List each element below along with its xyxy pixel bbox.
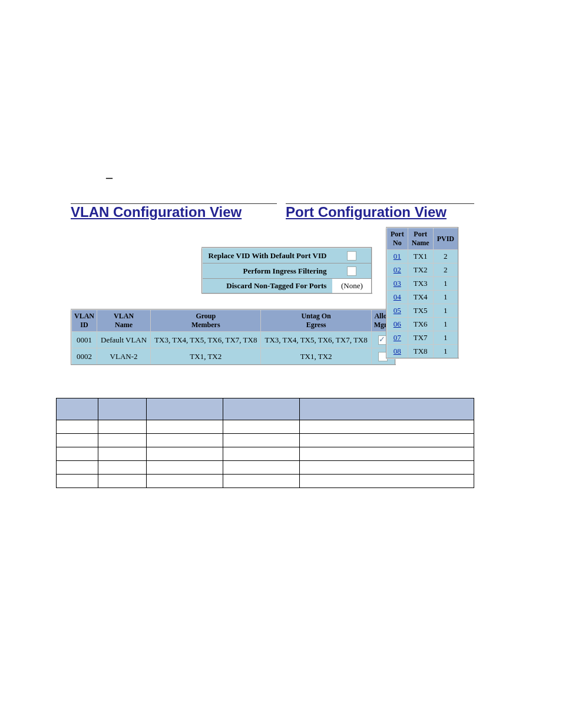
blank-col-4 bbox=[223, 398, 299, 420]
blank-col-2 bbox=[98, 398, 146, 420]
port-pvid-cell: 1 bbox=[433, 331, 458, 345]
vlan-id-cell: 0002 bbox=[71, 348, 97, 365]
port-pvid-cell: 2 bbox=[433, 263, 458, 277]
right-heading-column: Port Configuration View bbox=[286, 203, 474, 220]
vlan-id-cell: 0001 bbox=[71, 332, 97, 348]
opt-label-discard: Discard Non-Tagged For Ports bbox=[202, 279, 333, 294]
main-content: VLAN Configuration View Port Configurati… bbox=[71, 203, 503, 488]
vlan-row: 0001 Default VLAN TX3, TX4, TX5, TX6, TX… bbox=[71, 332, 395, 348]
vlan-col-name: VLANName bbox=[97, 309, 151, 332]
port-pvid-cell: 1 bbox=[433, 318, 458, 331]
port-col-pvid: PVID bbox=[433, 228, 458, 250]
heading-row: VLAN Configuration View Port Configurati… bbox=[71, 203, 503, 220]
port-pvid-cell: 1 bbox=[433, 345, 458, 359]
port-name-cell: TX7 bbox=[408, 331, 433, 345]
blank-header-row bbox=[57, 398, 474, 420]
blank-col-5 bbox=[299, 398, 474, 420]
blank-table bbox=[56, 398, 474, 488]
stray-dash: – bbox=[106, 170, 113, 185]
vlan-col-untag: Untag OnEgress bbox=[261, 309, 371, 332]
opt-value-ingress[interactable] bbox=[332, 263, 372, 279]
checkbox-replace-vid[interactable] bbox=[347, 251, 356, 261]
port-no-link[interactable]: 08 bbox=[386, 345, 408, 359]
port-row: 03 TX3 1 bbox=[386, 277, 458, 291]
vlan-name-cell: Default VLAN bbox=[97, 332, 151, 348]
left-heading-column: VLAN Configuration View bbox=[71, 203, 277, 220]
blank-col-3 bbox=[146, 398, 223, 420]
port-row: 02 TX2 2 bbox=[386, 263, 458, 277]
port-name-cell: TX2 bbox=[408, 263, 433, 277]
port-config-view-heading[interactable]: Port Configuration View bbox=[286, 204, 447, 220]
vlan-untag-cell: TX1, TX2 bbox=[261, 348, 371, 365]
blank-row bbox=[57, 475, 474, 488]
port-row: 08 TX8 1 bbox=[386, 345, 458, 359]
vlan-row: 0002 VLAN-2 TX1, TX2 TX1, TX2 bbox=[71, 348, 395, 365]
opt-value-replace-vid[interactable] bbox=[332, 248, 372, 263]
port-row: 05 TX5 1 bbox=[386, 304, 458, 318]
vlan-members-cell: TX3, TX4, TX5, TX6, TX7, TX8 bbox=[151, 332, 261, 348]
port-name-cell: TX8 bbox=[408, 345, 433, 359]
blank-row bbox=[57, 434, 474, 447]
blank-row bbox=[57, 461, 474, 475]
port-row: 06 TX6 1 bbox=[386, 318, 458, 331]
blank-row bbox=[57, 420, 474, 434]
port-panel: PortNo PortName PVID 01 TX1 2 02 TX2 2 0… bbox=[386, 227, 459, 359]
port-pvid-cell: 2 bbox=[433, 250, 458, 263]
port-row: 07 TX7 1 bbox=[386, 331, 458, 345]
vlan-config-view-heading[interactable]: VLAN Configuration View bbox=[71, 204, 242, 220]
vlan-table: VLANID VLANName GroupMembers Untag OnEgr… bbox=[71, 309, 396, 365]
vlan-members-cell: TX1, TX2 bbox=[151, 348, 261, 365]
blank-col-1 bbox=[57, 398, 98, 420]
opt-label-ingress: Perform Ingress Filtering bbox=[202, 263, 333, 279]
port-no-link[interactable]: 06 bbox=[386, 318, 408, 331]
port-name-cell: TX5 bbox=[408, 304, 433, 318]
port-no-link[interactable]: 07 bbox=[386, 331, 408, 345]
port-name-cell: TX1 bbox=[408, 250, 433, 263]
vlan-table-header-row: VLANID VLANName GroupMembers Untag OnEgr… bbox=[71, 309, 395, 332]
checkbox-ingress[interactable] bbox=[347, 266, 356, 276]
port-table: PortNo PortName PVID 01 TX1 2 02 TX2 2 0… bbox=[386, 227, 459, 359]
port-pvid-cell: 1 bbox=[433, 304, 458, 318]
opt-label-replace-vid: Replace VID With Default Port VID bbox=[202, 248, 333, 263]
port-name-cell: TX6 bbox=[408, 318, 433, 331]
port-col-name: PortName bbox=[408, 228, 433, 250]
port-pvid-cell: 1 bbox=[433, 291, 458, 304]
vlan-untag-cell: TX3, TX4, TX5, TX6, TX7, TX8 bbox=[261, 332, 371, 348]
vlan-options-table: Replace VID With Default Port VID Perfor… bbox=[201, 247, 373, 294]
port-name-cell: TX4 bbox=[408, 291, 433, 304]
vlan-col-id: VLANID bbox=[71, 309, 97, 332]
blank-row bbox=[57, 447, 474, 461]
port-table-header-row: PortNo PortName PVID bbox=[386, 228, 458, 250]
port-row: 04 TX4 1 bbox=[386, 291, 458, 304]
port-row: 01 TX1 2 bbox=[386, 250, 458, 263]
vlan-name-cell: VLAN-2 bbox=[97, 348, 151, 365]
port-pvid-cell: 1 bbox=[433, 277, 458, 291]
port-name-cell: TX3 bbox=[408, 277, 433, 291]
port-col-no: PortNo bbox=[386, 228, 408, 250]
vlan-col-members: GroupMembers bbox=[151, 309, 261, 332]
port-no-link[interactable]: 03 bbox=[386, 277, 408, 291]
port-no-link[interactable]: 01 bbox=[386, 250, 408, 263]
port-no-link[interactable]: 04 bbox=[386, 291, 408, 304]
opt-value-discard: (None) bbox=[332, 279, 372, 294]
port-no-link[interactable]: 02 bbox=[386, 263, 408, 277]
port-no-link[interactable]: 05 bbox=[386, 304, 408, 318]
